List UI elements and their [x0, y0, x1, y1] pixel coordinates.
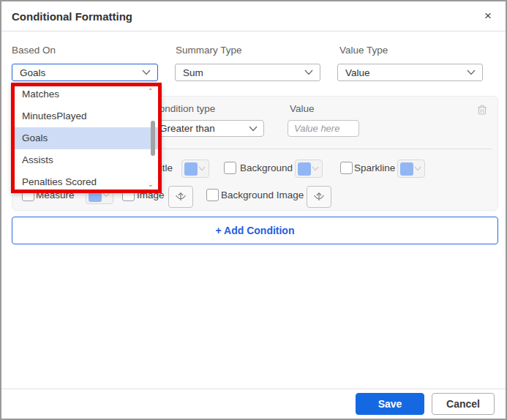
- add-condition-label: + Add Condition: [216, 225, 295, 236]
- add-condition-button[interactable]: + Add Condition: [12, 217, 498, 244]
- summary-type-select-value: Sum: [183, 67, 203, 78]
- background-checkbox-label: Background: [240, 162, 293, 173]
- color-swatch: [298, 162, 311, 176]
- summary-type-label: Summary Type: [176, 45, 242, 56]
- dialog-title: Conditional Formatting: [12, 10, 132, 23]
- based-on-dropdown-popup: Matches MinutesPlayed Goals Assists Pena…: [15, 86, 158, 190]
- background-checkbox[interactable]: [224, 162, 236, 174]
- condition-type-select-value: Greater than: [159, 123, 215, 134]
- scroll-up-icon[interactable]: ⌃: [148, 89, 154, 94]
- upload-icon: [174, 191, 187, 203]
- save-button[interactable]: Save: [356, 393, 424, 415]
- chevron-down-icon: [312, 166, 319, 171]
- background-image-checkbox[interactable]: [206, 189, 219, 201]
- cancel-button-label: Cancel: [446, 398, 480, 410]
- list-item[interactable]: Matches: [15, 86, 158, 105]
- chevron-down-icon: [304, 70, 313, 75]
- based-on-label: Based On: [12, 45, 56, 56]
- image-upload-button[interactable]: [168, 186, 193, 208]
- scrollbar-thumb[interactable]: [151, 121, 155, 156]
- chevron-down-icon: [198, 166, 206, 171]
- sparkline-color-picker[interactable]: [397, 160, 425, 178]
- based-on-select-value: Goals: [20, 67, 45, 78]
- based-on-dropdown-popup-annotation: Matches MinutesPlayed Goals Assists Pena…: [11, 83, 162, 193]
- color-swatch: [400, 162, 413, 176]
- title-color-picker[interactable]: [181, 160, 209, 178]
- color-swatch: [184, 162, 198, 176]
- save-button-label: Save: [378, 398, 402, 410]
- scroll-down-icon[interactable]: ⌄: [148, 181, 154, 187]
- condition-type-select[interactable]: Greater than: [152, 120, 264, 137]
- chevron-down-icon: [414, 166, 421, 171]
- background-image-upload-button[interactable]: [307, 186, 331, 208]
- background-image-checkbox-label: Background Image: [221, 190, 304, 200]
- dialog-header: Conditional Formatting ×: [1, 1, 506, 31]
- summary-type-select[interactable]: Sum: [175, 64, 320, 81]
- list-item[interactable]: MinutesPlayed: [15, 105, 158, 127]
- value-type-select[interactable]: Value: [337, 64, 483, 81]
- condition-value-input[interactable]: [288, 120, 359, 137]
- background-color-picker[interactable]: [295, 160, 323, 178]
- condition-value-label: Value: [290, 103, 315, 114]
- value-type-label: Value Type: [339, 45, 388, 56]
- chevron-down-icon: [249, 126, 258, 132]
- based-on-select[interactable]: Goals: [12, 64, 158, 81]
- sparkline-checkbox[interactable]: [340, 162, 353, 174]
- value-type-select-value: Value: [345, 67, 370, 78]
- upload-icon: [312, 191, 326, 203]
- close-icon[interactable]: ×: [479, 7, 497, 25]
- list-item-selected[interactable]: Goals: [15, 127, 158, 149]
- list-item[interactable]: Penalties Scored: [15, 171, 158, 190]
- cancel-button[interactable]: Cancel: [432, 393, 495, 415]
- dialog-footer: Save Cancel: [1, 389, 506, 419]
- conditional-formatting-dialog: Conditional Formatting × Based On Summar…: [0, 0, 507, 420]
- list-item[interactable]: Assists: [15, 149, 158, 171]
- chevron-down-icon: [142, 70, 151, 75]
- chevron-down-icon: [467, 70, 476, 75]
- sparkline-checkbox-label: Sparkline: [354, 162, 395, 173]
- delete-condition-icon[interactable]: [476, 103, 489, 116]
